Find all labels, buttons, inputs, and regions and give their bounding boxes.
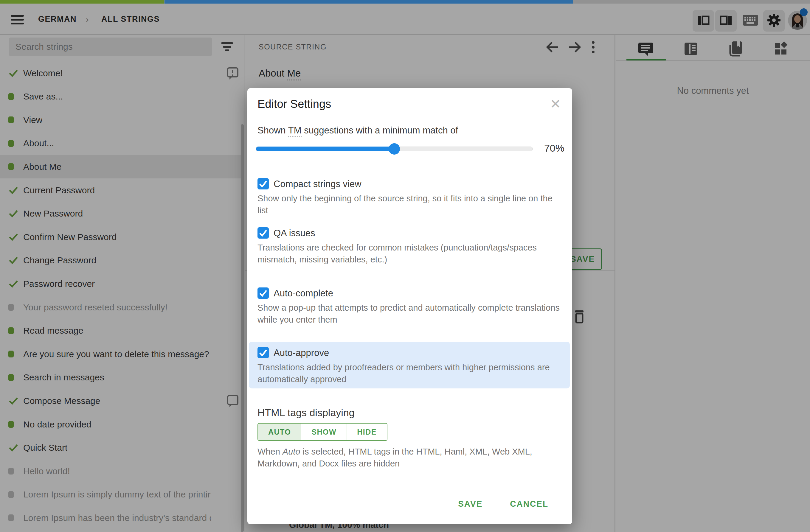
qa-issues-desc: Translations are checked for common mist… xyxy=(258,242,564,265)
auto-complete-checkbox[interactable] xyxy=(258,287,269,299)
dialog-title: Editor Settings xyxy=(258,98,331,111)
cancel-button[interactable]: CANCEL xyxy=(510,499,548,509)
qa-issues-checkbox[interactable] xyxy=(258,227,269,238)
html-tags-show-button[interactable]: SHOW xyxy=(301,423,347,440)
close-icon[interactable]: ✕ xyxy=(548,96,563,112)
auto-approve-label[interactable]: Auto-approve xyxy=(274,348,329,358)
dialog-footer: SAVE CANCEL xyxy=(247,492,572,516)
auto-complete-desc: Show a pop-up that attempts to predict a… xyxy=(258,302,564,326)
html-tags-hide-button[interactable]: HIDE xyxy=(347,423,387,440)
html-tags-desc: When Auto is selected, HTML tags in the … xyxy=(258,446,569,469)
compact-strings-label[interactable]: Compact strings view xyxy=(274,179,361,189)
auto-complete-label[interactable]: Auto-complete xyxy=(274,288,333,299)
auto-approve-checkbox[interactable] xyxy=(258,347,269,358)
html-tags-auto-button[interactable]: AUTO xyxy=(258,423,301,440)
compact-strings-desc: Show only the beginning of the source st… xyxy=(258,193,564,216)
tm-threshold-label: Shown TM suggestions with a minimum matc… xyxy=(258,125,458,136)
tm-abbr: TM xyxy=(288,125,302,137)
slider-thumb[interactable] xyxy=(389,143,400,154)
tm-match-slider[interactable] xyxy=(256,147,533,151)
tm-match-value: 70% xyxy=(544,143,564,154)
slider-fill xyxy=(256,147,394,151)
html-tags-toggle-group: AUTO SHOW HIDE xyxy=(258,423,387,441)
compact-strings-checkbox[interactable] xyxy=(258,178,269,189)
editor-settings-dialog: Editor Settings ✕ Shown TM suggestions w… xyxy=(247,88,572,524)
save-button[interactable]: SAVE xyxy=(458,499,483,509)
qa-issues-label[interactable]: QA issues xyxy=(274,228,315,238)
html-tags-heading: HTML tags displaying xyxy=(258,407,355,418)
auto-approve-desc: Translations added by proofreaders or me… xyxy=(258,361,555,385)
